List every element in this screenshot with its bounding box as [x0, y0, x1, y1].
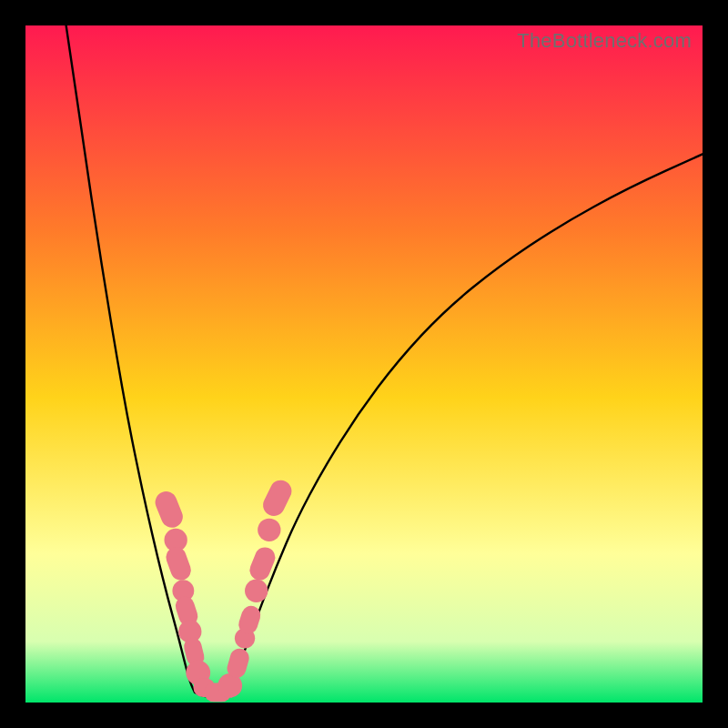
chart-svg: [25, 25, 703, 703]
gradient-background: [25, 25, 703, 703]
marker-circle: [245, 580, 268, 602]
plot-frame: TheBottleneck.com: [25, 25, 703, 703]
watermark-text: TheBottleneck.com: [517, 29, 692, 53]
marker-circle: [258, 519, 280, 541]
